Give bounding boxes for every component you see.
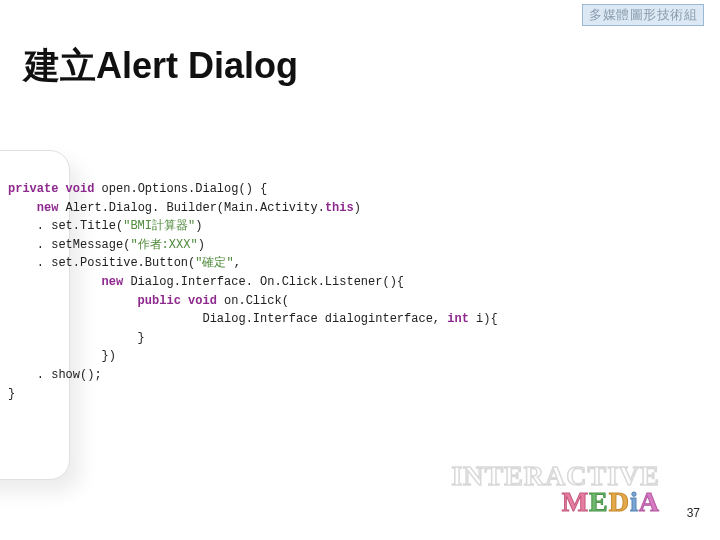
code-text: Dialog.Interface. On.Click.Listener(){ — [123, 275, 404, 289]
code-text: Alert.Dialog. Builder(Main.Activity. — [58, 201, 324, 215]
code-text: . show(); — [8, 368, 102, 382]
page-number: 37 — [687, 506, 700, 520]
code-text: ) — [195, 219, 202, 233]
kw-new: new — [8, 275, 123, 289]
brand-letter: E — [589, 486, 609, 517]
string-literal: "作者:XXX" — [130, 238, 197, 252]
code-text: } — [8, 331, 145, 345]
kw-private-void: private void — [8, 182, 94, 196]
kw-new: new — [8, 201, 58, 215]
code-text: Dialog.Interface dialoginterface, — [8, 312, 447, 326]
code-text: }) — [8, 349, 116, 363]
code-text: ) — [354, 201, 361, 215]
brand-letter: M — [562, 486, 589, 517]
string-literal: "確定" — [195, 256, 233, 270]
code-text: . setMessage( — [8, 238, 130, 252]
code-text: i){ — [469, 312, 498, 326]
brand-line2: MEDiA — [451, 489, 660, 516]
code-text: . set.Positive.Button( — [8, 256, 195, 270]
code-text: open.Options.Dialog() { — [94, 182, 267, 196]
code-text: } — [8, 387, 15, 401]
code-text: on.Click( — [217, 294, 289, 308]
footer-brand: INTERACTIVE MEDiA — [451, 463, 660, 516]
kw-int: int — [447, 312, 469, 326]
code-text: , — [234, 256, 241, 270]
code-text: . set.Title( — [8, 219, 123, 233]
brand-line1: INTERACTIVE — [451, 463, 660, 490]
slide-title: 建立Alert Dialog — [24, 42, 298, 91]
corner-badge: 多媒體圖形技術組 — [582, 4, 704, 26]
string-literal: "BMI計算器" — [123, 219, 195, 233]
brand-letter: D — [609, 486, 630, 517]
brand-letter: i — [630, 486, 639, 517]
brand-letter: A — [639, 486, 660, 517]
code-text: ) — [198, 238, 205, 252]
code-block: private void open.Options.Dialog() { new… — [0, 180, 720, 403]
kw-public-void: public void — [8, 294, 217, 308]
kw-this: this — [325, 201, 354, 215]
